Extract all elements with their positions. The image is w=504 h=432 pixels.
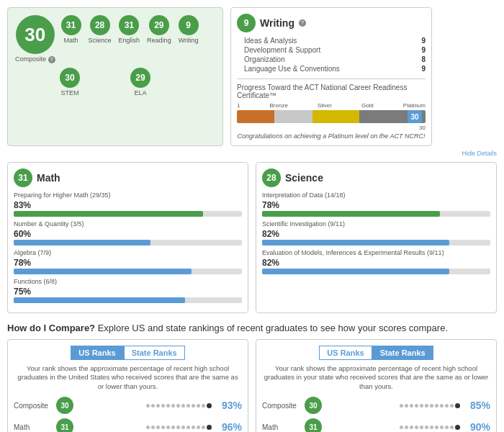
right-math-percent: 90% <box>463 421 490 432</box>
writing-subject-name: Writing <box>260 17 294 29</box>
math-circle: 31 <box>61 15 81 35</box>
subject-item-math: 31 Math <box>61 15 81 44</box>
science-label: Science <box>89 37 112 44</box>
science-detail-card: 28 Science Interpretation of Data (14/18… <box>256 162 497 313</box>
science-metric-1: Interpretation of Data (14/18) 78% <box>262 192 490 217</box>
writing-card: 9 Writing ? Ideas & Analysis 9 Developme… <box>230 7 432 146</box>
science-metric-2: Scientific Investigation (9/11) 82% <box>262 220 490 246</box>
left-math-circle: 31 <box>56 418 73 432</box>
writing-label: Writing <box>179 37 199 44</box>
how-compare-section: How do I Compare? Explore US and state r… <box>0 317 504 432</box>
science-card-title: 28 Science <box>262 168 490 187</box>
right-compare-tabs: US Ranks State Ranks <box>262 346 490 360</box>
hide-details-link[interactable]: Hide Details <box>0 150 504 157</box>
math-metric-4: Functions (6/8) 75% <box>14 278 242 303</box>
subject-item-science: 28 Science <box>89 15 112 44</box>
composite-label: Composite ? <box>15 55 55 63</box>
right-composite-row: Composite 30 85% <box>262 397 490 414</box>
right-composite-percent: 85% <box>463 400 490 411</box>
ncrc-title: Progress Toward the ACT National Career … <box>237 84 426 99</box>
math-label: Math <box>64 37 78 44</box>
right-composite-circle: 30 <box>305 397 322 414</box>
subject-scores: 31 Math 28 Science 31 English 29 Reading <box>61 15 199 44</box>
math-metric-3: Algebra (7/9) 78% <box>14 249 242 274</box>
writing-info-icon[interactable]: ? <box>299 19 306 27</box>
ela-item: 29 ELA <box>130 68 150 96</box>
science-circle: 28 <box>90 15 110 35</box>
ncrc-bar: 30 <box>237 110 426 123</box>
ncrc-marker: 30 <box>408 110 422 123</box>
left-tab-state[interactable]: State Ranks <box>124 346 185 360</box>
subject-item-reading: 29 Reading <box>147 15 171 44</box>
math-bar-4 <box>14 297 242 303</box>
left-composite-row: Composite 30 93% <box>14 397 242 414</box>
science-bar-1 <box>262 211 490 217</box>
left-composite-circle: 30 <box>56 397 73 414</box>
state-ranks-card: US Ranks State Ranks Your rank shows the… <box>256 339 497 432</box>
writing-subscore-lang: Language Use & Conventions 9 <box>244 65 426 73</box>
science-bar-2 <box>262 240 490 246</box>
left-math-percent: 96% <box>215 421 242 432</box>
writing-circle: 9 <box>179 15 199 35</box>
left-tab-us[interactable]: US Ranks <box>71 346 123 360</box>
stem-ela-row: 30 STEM 29 ELA <box>60 68 215 96</box>
subject-item-writing: 9 Writing <box>179 15 199 44</box>
detail-cards-row: 31 Math Preparing for Higher Math (29/35… <box>0 158 504 317</box>
math-card-title: 31 Math <box>14 168 242 187</box>
math-bar-2 <box>14 240 242 246</box>
math-metric-2: Number & Quantity (3/5) 60% <box>14 220 242 246</box>
right-tab-us[interactable]: US Ranks <box>319 346 372 360</box>
english-label: English <box>119 37 140 44</box>
subject-item-english: 31 English <box>119 15 140 44</box>
score-summary-card: 30 Composite ? 31 Math 28 Science <box>7 7 223 146</box>
math-bar-1 <box>14 211 242 217</box>
right-composite-dots <box>325 403 460 408</box>
science-metric-3: Evaluation of Models, Inferences & Exper… <box>262 249 490 274</box>
writing-score-circle: 9 <box>237 14 256 32</box>
math-bar-3 <box>14 269 242 274</box>
left-composite-dots <box>76 403 212 408</box>
ela-circle: 29 <box>130 68 150 88</box>
compare-cards-row: US Ranks State Ranks Your rank shows the… <box>7 339 497 432</box>
ncrc-section: Progress Toward the ACT National Career … <box>237 78 426 140</box>
right-math-circle: 31 <box>305 418 322 432</box>
ncrc-congrats: Congratulations on achieving a Platinum … <box>237 132 426 140</box>
writing-subscore-dev: Development & Support 9 <box>244 46 426 54</box>
reading-circle: 29 <box>149 15 169 35</box>
reading-label: Reading <box>147 37 171 44</box>
right-math-dots <box>325 425 460 430</box>
compare-cards-outer: US Ranks State Ranks Your rank shows the… <box>7 339 497 432</box>
us-ranks-card: US Ranks State Ranks Your rank shows the… <box>7 339 248 432</box>
math-detail-card: 31 Math Preparing for Higher Math (29/35… <box>7 162 248 313</box>
science-detail-name: Science <box>285 172 323 184</box>
left-composite-percent: 93% <box>215 400 242 411</box>
how-compare-title: How do I Compare? Explore US and state r… <box>7 323 497 333</box>
left-compare-tabs: US Ranks State Ranks <box>14 346 242 360</box>
left-compare-desc: Your rank shows the approximate percenta… <box>14 364 242 391</box>
math-detail-name: Math <box>37 172 60 184</box>
composite-info-icon[interactable]: ? <box>48 56 55 63</box>
english-circle: 31 <box>119 15 139 35</box>
science-bar-3 <box>262 269 490 274</box>
ncrc-bar-labels: 1 Bronze Silver Gold Platinum <box>237 102 426 109</box>
stem-item: 30 STEM <box>60 68 80 96</box>
writing-subscore-ideas: Ideas & Analysis 9 <box>244 37 426 45</box>
science-detail-circle: 28 <box>262 168 281 187</box>
top-section: 30 Composite ? 31 Math 28 Science <box>0 0 504 150</box>
left-math-dots <box>76 425 212 430</box>
stem-label: STEM <box>60 89 78 96</box>
stem-circle: 30 <box>60 68 80 88</box>
math-metric-1: Preparing for Higher Math (29/35) 83% <box>14 192 242 217</box>
left-math-row: Math 31 96% <box>14 418 242 432</box>
ncrc-scale-labels: 30 <box>237 125 426 131</box>
right-tab-state[interactable]: State Ranks <box>372 346 433 360</box>
right-math-row: Math 31 90% <box>262 418 490 432</box>
math-detail-circle: 31 <box>14 168 32 187</box>
writing-card-title: 9 Writing ? <box>237 14 426 32</box>
composite-circle: 30 <box>16 15 55 54</box>
writing-subscores: Ideas & Analysis 9 Development & Support… <box>244 37 426 73</box>
writing-subscore-org: Organization 8 <box>244 55 426 63</box>
composite-row: 30 Composite ? 31 Math 28 Science <box>15 15 215 63</box>
right-compare-desc: Your rank shows the approximate percenta… <box>262 364 490 391</box>
ela-label: ELA <box>134 89 146 96</box>
